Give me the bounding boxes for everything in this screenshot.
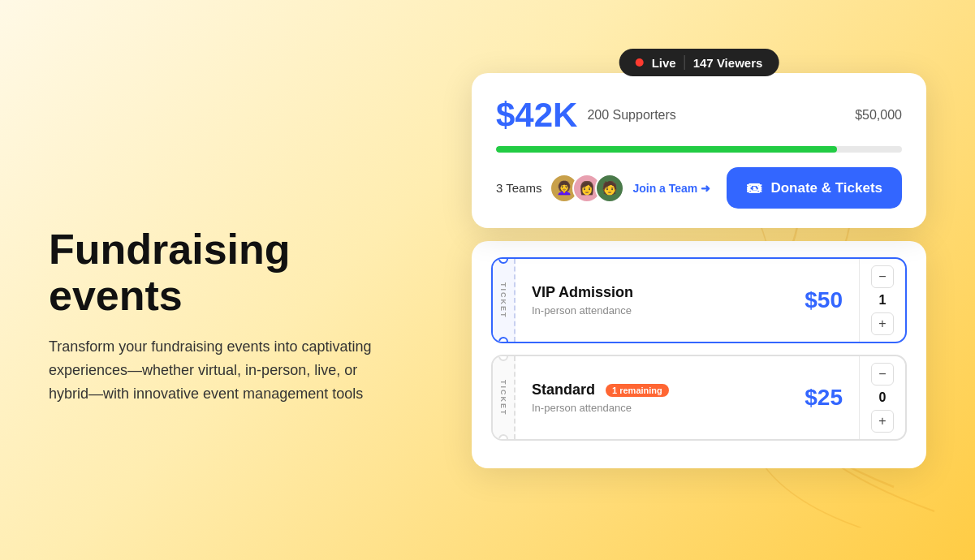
donate-tickets-button[interactable]: 🎟 Donate & Tickets	[727, 167, 902, 209]
amount-supporters-group: $42K 200 Supporters	[496, 96, 676, 135]
avatar-3: 🧑	[595, 174, 624, 203]
page-subtext: Transform your fundraising events into c…	[49, 335, 373, 405]
vip-ticket-quantity: − 1 +	[859, 259, 905, 342]
fundraising-goal: $50,000	[855, 108, 902, 123]
standard-ticket-name: Standard 1 remaining	[532, 381, 772, 398]
fundraising-amount: $42K	[496, 96, 577, 135]
vip-quantity-value: 1	[874, 293, 891, 308]
card-bottom-row: 3 Teams 👩‍🦱 👩 🧑 Join a Team ➜	[496, 167, 902, 209]
tickets-card: TICKET VIP Admission In-person attendanc…	[472, 241, 926, 468]
teams-label: 3 Teams	[496, 181, 541, 195]
standard-ticket-row: TICKET Standard 1 remaining In-person at…	[491, 355, 907, 441]
standard-ticket-info: Standard 1 remaining In-person attendanc…	[516, 368, 788, 427]
teams-section: 3 Teams 👩‍🦱 👩 🧑 Join a Team ➜	[496, 174, 710, 203]
notch-top	[498, 257, 508, 264]
standard-notch-bottom	[498, 434, 508, 441]
supporters-count: 200 Supporters	[587, 108, 675, 123]
progress-bar-fill	[496, 146, 837, 153]
notch-bottom	[498, 337, 508, 343]
remaining-badge: 1 remaining	[606, 384, 669, 397]
standard-increase-button[interactable]: +	[871, 410, 894, 433]
standard-decrease-button[interactable]: −	[871, 363, 894, 386]
donate-tickets-label: Donate & Tickets	[770, 180, 882, 196]
fundraising-card: $42K 200 Supporters $50,000 3 Teams 👩‍🦱 …	[472, 73, 926, 228]
team-avatars: 👩‍🦱 👩 🧑	[550, 174, 624, 203]
standard-quantity-value: 0	[874, 390, 891, 405]
badge-divider	[684, 55, 685, 70]
vip-decrease-button[interactable]: −	[871, 265, 894, 288]
left-content-area: Fundraising events Transform your fundra…	[49, 226, 422, 406]
standard-stub-text: TICKET	[499, 380, 507, 416]
standard-ticket-stub: TICKET	[493, 356, 516, 439]
page-headline: Fundraising events	[49, 226, 422, 319]
viewers-count: 147 Viewers	[693, 56, 763, 70]
live-dot-icon	[636, 58, 644, 67]
card-top-row: $42K 200 Supporters $50,000	[496, 96, 902, 135]
vip-ticket-name: VIP Admission	[532, 284, 772, 301]
join-team-link[interactable]: Join a Team ➜	[632, 182, 710, 195]
vip-ticket-row: TICKET VIP Admission In-person attendanc…	[491, 257, 907, 343]
vip-stub-text: TICKET	[499, 282, 507, 319]
right-ui-area: Live 147 Viewers $42K 200 Supporters $50…	[472, 49, 926, 468]
live-label: Live	[652, 56, 676, 70]
arrow-icon: ➜	[701, 182, 710, 195]
vip-ticket-price: $50	[788, 287, 859, 313]
vip-ticket-info: VIP Admission In-person attendance	[516, 271, 788, 330]
vip-ticket-stub: TICKET	[493, 259, 516, 342]
avatar-face-3: 🧑	[597, 175, 623, 201]
progress-bar-background	[496, 146, 902, 153]
standard-ticket-desc: In-person attendance	[532, 402, 772, 414]
ticket-icon: 🎟	[746, 179, 762, 197]
standard-ticket-quantity: − 0 +	[859, 356, 905, 439]
live-badge: Live 147 Viewers	[619, 49, 779, 76]
vip-ticket-desc: In-person attendance	[532, 304, 772, 317]
vip-increase-button[interactable]: +	[871, 312, 894, 335]
standard-notch-top	[498, 355, 508, 361]
standard-ticket-price: $25	[788, 385, 859, 411]
